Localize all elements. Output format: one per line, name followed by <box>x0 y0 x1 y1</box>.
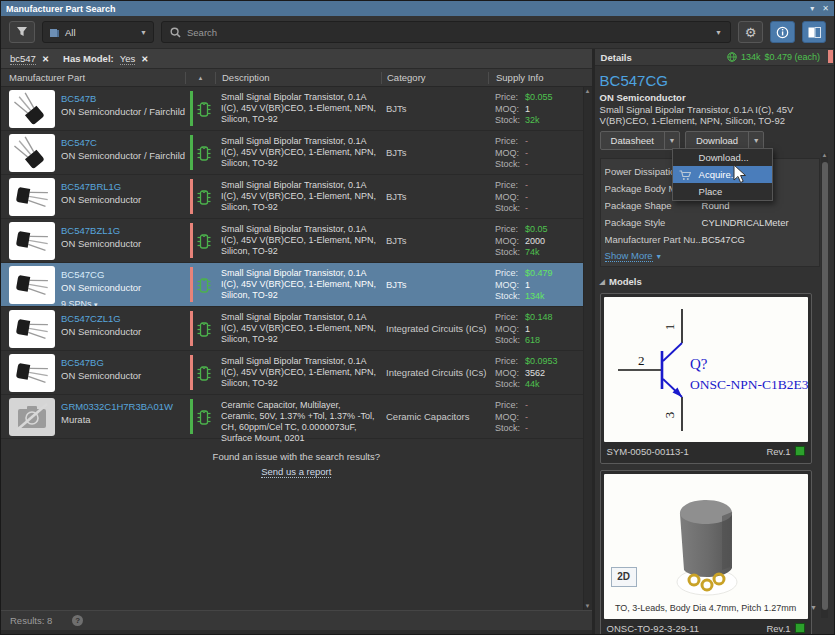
filter-chip-model-value[interactable]: Yes <box>120 53 136 65</box>
search-history-icon[interactable]: ▼ <box>715 29 722 36</box>
scroll-down-icon[interactable]: ▼ <box>810 604 817 611</box>
transistor-photo-upright <box>9 134 55 172</box>
sort-ascending-icon[interactable]: ▲ <box>185 72 215 84</box>
column-header-category[interactable]: Category <box>381 72 488 84</box>
table-row[interactable]: BC547BGON SemiconductorSmall Signal Bipo… <box>1 351 592 395</box>
parameter-value: BC547CG <box>702 234 745 245</box>
table-row[interactable]: BC547CON Semiconductor / FairchildSmall … <box>1 131 592 175</box>
detail-manufacturer: ON Semiconductor <box>600 92 828 103</box>
settings-button[interactable]: ⚙ <box>738 21 763 43</box>
scroll-down-icon[interactable]: ▼ <box>584 603 592 609</box>
2d-toggle-button[interactable]: 2D <box>611 567 637 587</box>
download-dropdown-menu: Download...Acquire...Place <box>672 148 773 201</box>
part-cell: BC547BON Semiconductor / Fairchild <box>61 87 185 130</box>
part-category: BJTs <box>381 131 488 174</box>
availability-summary: 134k $0.479 (each) <box>727 52 820 62</box>
supply-line: MOQ:3562 <box>495 368 592 380</box>
part-number-link[interactable]: BC547BG <box>61 357 185 368</box>
supply-info-cell: Price:-MOQ:-Stock:- <box>488 131 592 174</box>
supply-label: Stock: <box>495 247 525 259</box>
part-number-link[interactable]: BC547BRL1G <box>61 181 185 192</box>
part-number-link[interactable]: GRM0332C1H7R3BA01W <box>61 401 185 412</box>
table-row[interactable]: GRM0332C1H7R3BA01WMurataCeramic Capacito… <box>1 395 592 439</box>
menu-item-place[interactable]: Place <box>673 183 772 200</box>
part-description: Small Signal Bipolar Transistor, 0.1A I(… <box>215 175 381 218</box>
details-title: Details <box>601 52 727 63</box>
model-status-bar-green <box>190 399 193 434</box>
chevron-down-icon[interactable]: ▼ <box>748 132 763 149</box>
show-more-link[interactable]: Show More ▼ <box>605 250 815 261</box>
scrollbar-thumb[interactable] <box>822 162 828 610</box>
chevron-down-icon[interactable]: ▼ <box>664 132 679 149</box>
search-scope-dropdown[interactable]: All ▼ <box>42 21 154 43</box>
datasheet-button[interactable]: Datasheet ▼ <box>600 131 680 150</box>
supply-line: Stock:- <box>495 423 592 435</box>
scroll-up-icon[interactable]: ▲ <box>821 152 828 158</box>
remove-filter-icon[interactable]: ✕ <box>141 54 148 64</box>
supply-value: $0.0953 <box>525 356 558 366</box>
chip-icon <box>197 101 211 122</box>
filter-chip-term[interactable]: bc547 <box>10 53 36 65</box>
models-section-header[interactable]: ◢ Models <box>600 276 828 287</box>
supply-line: Price:- <box>495 180 592 192</box>
chip-icon <box>197 233 211 254</box>
table-row[interactable]: BC547BZL1GON SemiconductorSmall Signal B… <box>1 219 592 263</box>
table-row[interactable]: BC547CZL1GON SemiconductorSmall Signal B… <box>1 307 592 351</box>
part-number-link[interactable]: BC547C <box>61 137 185 148</box>
supply-label: Price: <box>495 224 525 236</box>
part-photo-cell <box>9 175 61 218</box>
supply-line: MOQ:- <box>495 412 592 424</box>
close-icon[interactable]: ✕ <box>822 4 829 13</box>
parameter-row: Manufacturer Part Nu...BC547CG <box>605 231 815 248</box>
part-category: BJTs <box>381 263 488 306</box>
supply-info-cell: Price:$0.0953MOQ:3562Stock:44k <box>488 351 592 394</box>
details-toggle-button[interactable] <box>770 21 795 43</box>
model-card-symbol[interactable]: 1 2 3 Q? ONSC-NPN-C1B2E3-3 SYM-0050-0011… <box>600 293 812 464</box>
supply-line: Stock:134k <box>495 291 592 303</box>
status-bar: Results: 8 ? <box>1 610 592 630</box>
table-row[interactable]: BC547BON Semiconductor / FairchildSmall … <box>1 87 592 131</box>
supply-value: - <box>525 203 528 213</box>
mouse-cursor <box>733 164 747 184</box>
scroll-up-icon[interactable]: ▲ <box>584 88 592 94</box>
column-header-description[interactable]: Description <box>215 72 381 84</box>
help-icon[interactable]: ? <box>72 615 83 626</box>
results-scrollbar[interactable]: ▲ ▼ <box>583 87 592 610</box>
part-number-link[interactable]: BC547B <box>61 93 185 104</box>
part-number-link[interactable]: BC547BZL1G <box>61 225 185 236</box>
chip-icon <box>197 277 211 298</box>
table-row[interactable]: BC547CGON Semiconductor9 SPNs ▾Small Sig… <box>1 263 592 307</box>
panel-layout-button[interactable] <box>802 21 826 43</box>
supply-label: Stock: <box>495 291 525 303</box>
details-scrollbar[interactable]: ▲ <box>821 153 828 618</box>
search-input[interactable]: Search ▼ <box>161 21 731 43</box>
send-report-link[interactable]: Send us a report <box>261 466 331 478</box>
column-header-manufacturer-part[interactable]: Manufacturer Part <box>1 72 185 84</box>
menu-item-download[interactable]: Download... <box>673 149 772 166</box>
footprint-preview: 2D TO, 3-Leads, Body Dia 4.7mm, Pitch 1.… <box>604 474 808 619</box>
filter-button[interactable] <box>9 21 35 43</box>
part-number-link[interactable]: BC547CG <box>61 269 185 280</box>
model-card-footprint[interactable]: 2D TO, 3-Leads, Body Dia 4.7mm, Pitch 1.… <box>600 470 812 635</box>
supply-label: Price: <box>495 92 525 104</box>
table-row[interactable]: BC547BRL1GON SemiconductorSmall Signal B… <box>1 175 592 219</box>
part-number-link[interactable]: BC547CZL1G <box>61 313 185 324</box>
supply-value: - <box>525 180 528 190</box>
supply-value: - <box>525 148 528 158</box>
column-header-supply-info[interactable]: Supply Info <box>488 72 592 84</box>
spns-link[interactable]: 9 SPNs ▾ <box>61 299 98 306</box>
detail-part-number: BC547CG <box>600 72 828 89</box>
menu-item-acquire[interactable]: Acquire... <box>673 166 772 183</box>
model-status-bar-red <box>190 267 193 302</box>
panel-menu-icon[interactable]: ▾ <box>810 4 814 13</box>
remove-filter-icon[interactable]: ✕ <box>42 54 49 64</box>
part-category: BJTs <box>381 175 488 218</box>
supply-line: MOQ:- <box>495 148 592 160</box>
model-name: ONSC-TO-92-3-29-11 <box>607 623 767 634</box>
chip-icon <box>197 365 211 386</box>
part-category: BJTs <box>381 87 488 130</box>
supply-value: 618 <box>525 335 540 345</box>
search-scope-value: All <box>65 27 135 38</box>
supply-label: Stock: <box>495 115 525 127</box>
results-pane: bc547 ✕ Has Model: Yes ✕ Manufacturer Pa… <box>1 49 592 635</box>
